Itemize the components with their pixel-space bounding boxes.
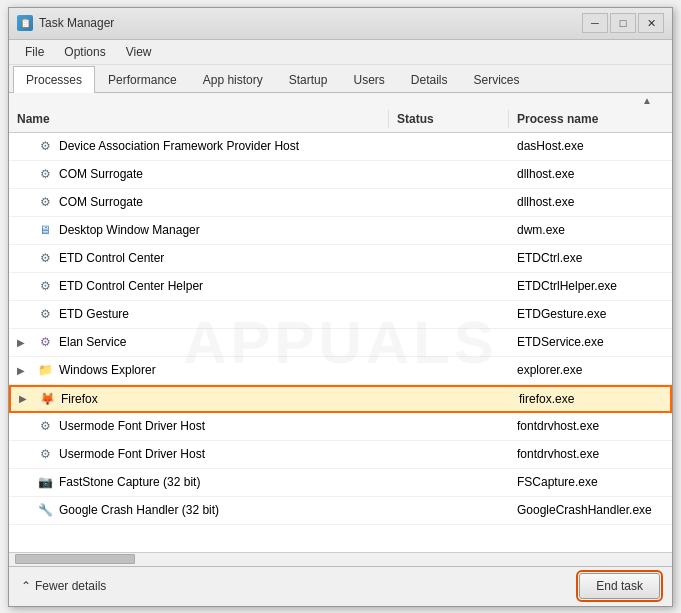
process-label: Elan Service [59,335,126,349]
fewer-details-label: Fewer details [35,579,106,593]
row-process-cell: firefox.exe [511,392,670,406]
table-row-selected[interactable]: ▶ 🦊 Firefox firefox.exe [9,385,672,413]
row-name-cell: ▶ 🦊 Firefox [11,391,391,407]
process-label: Windows Explorer [59,363,156,377]
fewer-details-button[interactable]: ⌃ Fewer details [21,579,106,593]
table-row[interactable]: ⚙ COM Surrogate dllhost.exe [9,189,672,217]
table-wrapper: APPUALS ⚙ Device Association Framework P… [9,133,672,552]
row-name-cell: 🔧 Google Crash Handler (32 bit) [9,502,389,518]
tab-startup[interactable]: Startup [276,66,341,93]
end-task-button[interactable]: End task [579,573,660,599]
process-icon: ⚙ [37,138,53,154]
process-label: Desktop Window Manager [59,223,200,237]
row-process-cell: ETDCtrl.exe [509,251,672,265]
process-label: FastStone Capture (32 bit) [59,475,200,489]
process-label: Google Crash Handler (32 bit) [59,503,219,517]
row-name-cell: 📷 FastStone Capture (32 bit) [9,474,389,490]
process-label: Firefox [61,392,98,406]
row-name-cell: ▶ 📁 Windows Explorer [9,362,389,378]
row-process-cell: dwm.exe [509,223,672,237]
maximize-button[interactable]: □ [610,13,636,33]
table-row[interactable]: 🔧 Google Crash Handler (32 bit) GoogleCr… [9,497,672,525]
tab-details[interactable]: Details [398,66,461,93]
table-row[interactable]: ⚙ ETD Gesture ETDGesture.exe [9,301,672,329]
table-header: Name Status Process name [9,106,672,133]
process-icon: ⚙ [37,306,53,322]
row-process-cell: ETDService.exe [509,335,672,349]
tab-users[interactable]: Users [340,66,397,93]
title-bar-buttons: ─ □ ✕ [582,13,664,33]
row-name-cell: ⚙ COM Surrogate [9,166,389,182]
row-name-cell: ⚙ Device Association Framework Provider … [9,138,389,154]
horizontal-scrollbar[interactable] [9,552,672,566]
table-row[interactable]: ⚙ Usermode Font Driver Host fontdrvhost.… [9,441,672,469]
sort-arrow-bar: ▲ [9,93,672,106]
row-process-cell: explorer.exe [509,363,672,377]
process-icon: ⚙ [37,446,53,462]
table-row[interactable]: ▶ 📁 Windows Explorer explorer.exe [9,357,672,385]
process-label: Device Association Framework Provider Ho… [59,139,299,153]
process-icon: ⚙ [37,194,53,210]
content-area: ▲ Name Status Process name APPUALS ⚙ Dev… [9,93,672,566]
table-row[interactable]: 🖥 Desktop Window Manager dwm.exe [9,217,672,245]
process-icon: 📁 [37,362,53,378]
row-name-cell: ▶ ⚙ Elan Service [9,334,389,350]
tab-app-history[interactable]: App history [190,66,276,93]
process-icon: ⚙ [37,278,53,294]
task-manager-window: 📋 Task Manager ─ □ ✕ File Options View P… [8,7,673,607]
process-icon: 🦊 [39,391,55,407]
menu-options[interactable]: Options [56,42,113,62]
table-row[interactable]: ⚙ Usermode Font Driver Host fontdrvhost.… [9,413,672,441]
row-process-cell: fontdrvhost.exe [509,419,672,433]
row-process-cell: dllhost.exe [509,167,672,181]
row-process-cell: GoogleCrashHandler.exe [509,503,672,517]
tab-services[interactable]: Services [461,66,533,93]
row-process-cell: dllhost.exe [509,195,672,209]
app-icon: 📋 [17,15,33,31]
process-icon: 🖥 [37,222,53,238]
row-process-cell: ETDCtrlHelper.exe [509,279,672,293]
column-name[interactable]: Name [9,110,389,128]
fewer-details-icon: ⌃ [21,579,31,593]
table-row[interactable]: ⚙ Device Association Framework Provider … [9,133,672,161]
row-name-cell: ⚙ ETD Control Center [9,250,389,266]
process-label: Usermode Font Driver Host [59,447,205,461]
row-process-cell: fontdrvhost.exe [509,447,672,461]
process-icon: ⚙ [37,334,53,350]
table-row[interactable]: ⚙ ETD Control Center Helper ETDCtrlHelpe… [9,273,672,301]
row-process-cell: FSCapture.exe [509,475,672,489]
process-icon: ⚙ [37,166,53,182]
minimize-button[interactable]: ─ [582,13,608,33]
row-name-cell: ⚙ ETD Control Center Helper [9,278,389,294]
process-label: ETD Control Center [59,251,164,265]
table-row[interactable]: ▶ ⚙ Elan Service ETDService.exe [9,329,672,357]
row-name-cell: 🖥 Desktop Window Manager [9,222,389,238]
scrollbar-thumb[interactable] [15,554,135,564]
table-row[interactable]: ⚙ COM Surrogate dllhost.exe [9,161,672,189]
row-name-cell: ⚙ Usermode Font Driver Host [9,446,389,462]
menu-bar: File Options View [9,40,672,65]
tab-performance[interactable]: Performance [95,66,190,93]
row-process-cell: ETDGesture.exe [509,307,672,321]
expand-icon: ▶ [17,337,31,348]
table-row[interactable]: 📷 FastStone Capture (32 bit) FSCapture.e… [9,469,672,497]
bottom-bar: ⌃ Fewer details End task [9,566,672,606]
table-row[interactable]: ⚙ ETD Control Center ETDCtrl.exe [9,245,672,273]
process-icon: 🔧 [37,502,53,518]
column-process-name[interactable]: Process name [509,110,672,128]
process-label: ETD Control Center Helper [59,279,203,293]
expand-icon: ▶ [17,365,31,376]
menu-view[interactable]: View [118,42,160,62]
process-table[interactable]: ⚙ Device Association Framework Provider … [9,133,672,552]
menu-file[interactable]: File [17,42,52,62]
tabs-bar: Processes Performance App history Startu… [9,65,672,93]
expand-icon: ▶ [19,393,33,404]
process-icon: ⚙ [37,418,53,434]
title-bar-left: 📋 Task Manager [17,15,114,31]
process-label: Usermode Font Driver Host [59,419,205,433]
process-icon: 📷 [37,474,53,490]
column-status[interactable]: Status [389,110,509,128]
process-icon: ⚙ [37,250,53,266]
close-button[interactable]: ✕ [638,13,664,33]
tab-processes[interactable]: Processes [13,66,95,93]
